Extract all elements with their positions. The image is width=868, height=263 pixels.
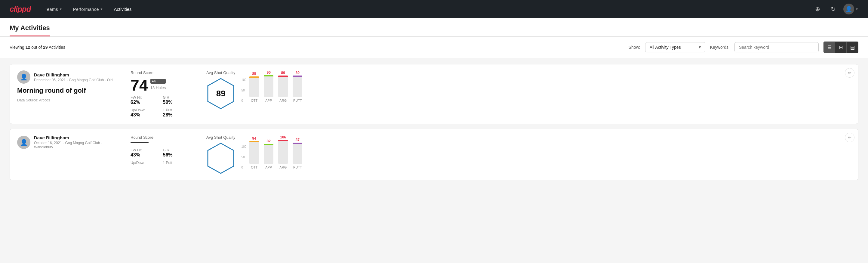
- bar-col-putt: 87 PUTT: [292, 138, 302, 169]
- bar-value-putt: 89: [296, 71, 300, 75]
- teams-chevron-icon: ▼: [59, 7, 62, 11]
- round-score-title: Round Score: [130, 70, 189, 75]
- activity-title: Morning round of golf: [17, 87, 114, 94]
- bar-label-putt: PUTT: [293, 166, 302, 169]
- quality-hexagon-wrap: Avg Shot Quality 89: [206, 70, 236, 109]
- bar-col-arg: 106 ARG: [278, 135, 288, 169]
- stat-value: 43%: [130, 112, 157, 118]
- stat-value: 43%: [130, 152, 157, 158]
- performance-chevron-icon: ▼: [100, 7, 103, 11]
- keywords-label: Keywords:: [710, 45, 730, 50]
- user-date: December 05, 2021 - Gog Magog Golf Club …: [34, 78, 113, 82]
- bar-label-app: APP: [265, 99, 272, 102]
- bar-value-app: 90: [267, 70, 271, 75]
- bar-label-arg: ARG: [279, 99, 287, 102]
- bar-color-line-app: [264, 144, 273, 145]
- avatar: 👤: [843, 4, 854, 14]
- user-info: Dave Billingham December 05, 2021 - Gog …: [34, 72, 113, 82]
- nav-item-teams[interactable]: Teams ▼: [40, 4, 66, 14]
- score-meta: +4 18 Holes: [150, 79, 166, 93]
- viewing-current: 12: [26, 45, 30, 50]
- edit-button[interactable]: ✏: [845, 133, 855, 142]
- show-label: Show:: [629, 45, 640, 50]
- bar-col-app: 90 APP: [264, 70, 273, 102]
- stat-item: GIR 56%: [163, 148, 189, 158]
- y-label: 100: [242, 145, 247, 148]
- y-axis: 100500: [242, 145, 247, 169]
- bar-body-arg: [278, 76, 288, 97]
- score-number: 74: [130, 77, 148, 93]
- grid-view-btn[interactable]: ⊞: [835, 42, 847, 53]
- bar-color-line-putt: [292, 143, 302, 144]
- data-source: Data Source: Arccos: [17, 98, 114, 102]
- quality-hexagon: [207, 143, 234, 174]
- filter-bar: Viewing 12 out of 29 Activities Show: Al…: [0, 37, 868, 58]
- bar-label-ott: OTT: [251, 99, 257, 102]
- stat-value: 28%: [163, 112, 189, 118]
- stat-item: GIR 50%: [163, 95, 189, 105]
- card-quality: Avg Shot Quality 89 100500 85: [199, 70, 325, 118]
- stat-label: Up/Down: [130, 108, 157, 112]
- bar-col-arg: 89 ARG: [278, 71, 288, 102]
- bar-chart-wrap: 100500 94 OTT 82 APP 1: [242, 135, 325, 169]
- user-menu[interactable]: 👤 ▼: [843, 4, 858, 14]
- user-date: October 16, 2021 - Gog Magog Golf Club -…: [34, 141, 114, 149]
- viewing-total: 29: [43, 45, 48, 50]
- list-compact-view-btn[interactable]: ☰: [824, 42, 835, 53]
- score-badge: +4: [150, 79, 166, 84]
- user-name: Dave Billingham: [34, 72, 113, 77]
- bar-label-app: APP: [265, 166, 272, 169]
- bar-body-ott: [249, 141, 259, 164]
- quality-hexagon: 89: [207, 78, 234, 109]
- bar-value-ott: 94: [252, 136, 256, 141]
- bar-value-app: 82: [267, 139, 271, 143]
- activity-card: 👤 Dave Billingham December 05, 2021 - Go…: [10, 64, 858, 124]
- nav-item-activities[interactable]: Activities: [110, 4, 136, 14]
- bar-color-line-app: [264, 75, 273, 77]
- viewing-count-text: Viewing 12 out of 29 Activities: [10, 45, 624, 50]
- stat-grid: FW Hit 43% GIR 56% Up/Down 1 Putt: [130, 148, 189, 165]
- y-label: 0: [242, 99, 247, 102]
- list-detail-view-btn[interactable]: ▤: [847, 42, 858, 53]
- refresh-icon[interactable]: ↻: [828, 4, 839, 14]
- bar-label-arg: ARG: [279, 166, 287, 169]
- search-input[interactable]: [735, 42, 819, 52]
- quality-title: Avg Shot Quality: [206, 135, 236, 140]
- nav-item-performance[interactable]: Performance ▼: [69, 4, 107, 14]
- bar-value-ott: 85: [252, 71, 256, 76]
- stat-value: 50%: [163, 99, 189, 105]
- bar-color-line-arg: [278, 76, 288, 77]
- logo[interactable]: clippd: [10, 4, 31, 14]
- activity-card: 👤 Dave Billingham October 16, 2021 - Gog…: [10, 129, 858, 180]
- card-stats: Round Score FW Hit 43% GIR 56% Up/Down 1…: [123, 135, 189, 174]
- user-avatar: 👤: [17, 70, 30, 84]
- stat-label: GIR: [163, 148, 189, 152]
- stat-label: Up/Down: [130, 161, 157, 165]
- add-icon[interactable]: ⊕: [812, 4, 823, 14]
- bar-col-ott: 94 OTT: [249, 136, 259, 169]
- hexagon-svg: [207, 143, 234, 174]
- view-toggle: ☰ ⊞ ▤: [824, 41, 858, 53]
- y-label: 0: [242, 166, 247, 169]
- chart-area: 100500 94 OTT 82 APP 1: [242, 135, 325, 169]
- card-left: 👤 Dave Billingham October 16, 2021 - Gog…: [17, 135, 114, 174]
- bar-color-line-ott: [249, 141, 259, 142]
- edit-button[interactable]: ✏: [845, 68, 855, 78]
- bar-value-arg: 106: [280, 135, 286, 139]
- bar-body-app: [264, 75, 273, 97]
- stat-label: FW Hit: [130, 95, 157, 99]
- y-label: 100: [242, 78, 247, 82]
- bar-label-ott: OTT: [251, 166, 257, 169]
- activity-type-wrapper: All Activity Types ▼: [645, 42, 705, 52]
- stat-value: 62%: [130, 99, 157, 105]
- card-stats: Round Score 74 +4 18 Holes FW Hit 62% GI…: [123, 70, 189, 118]
- stat-label: GIR: [163, 95, 189, 99]
- bar-color-line-arg: [278, 140, 288, 141]
- nav-right: ⊕ ↻ 👤 ▼: [812, 4, 858, 14]
- stat-value: 56%: [163, 152, 189, 158]
- user-name: Dave Billingham: [34, 135, 114, 140]
- activity-type-select[interactable]: All Activity Types: [645, 42, 705, 52]
- user-chevron-icon: ▼: [856, 7, 858, 11]
- stat-label: 1 Putt: [163, 161, 189, 165]
- bars-area: 94 OTT 82 APP 106 ARG: [249, 135, 302, 169]
